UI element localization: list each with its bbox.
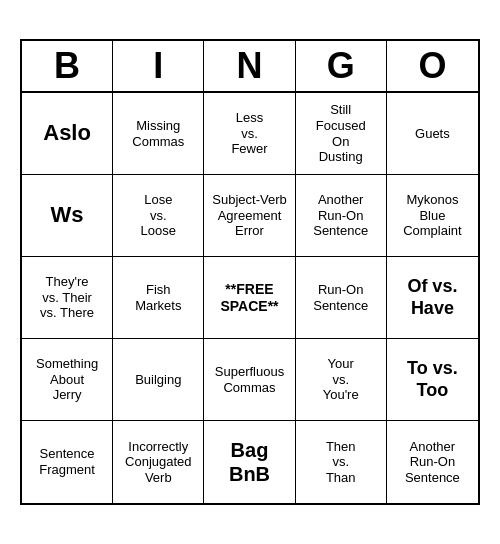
bingo-cell: Of vs.Have (387, 257, 478, 339)
bingo-header: BINGO (22, 41, 478, 93)
bingo-cell: They'revs. Theirvs. There (22, 257, 113, 339)
bingo-cell: StillFocusedOnDusting (296, 93, 387, 175)
bingo-grid: AsloMissingCommasLessvs.FewerStillFocuse… (22, 93, 478, 503)
bingo-cell: AnotherRun-OnSentence (296, 175, 387, 257)
bingo-cell: Builging (113, 339, 204, 421)
bingo-cell: SomethingAboutJerry (22, 339, 113, 421)
bingo-cell: Subject-VerbAgreementError (204, 175, 295, 257)
bingo-cell: To vs.Too (387, 339, 478, 421)
bingo-cell: Aslo (22, 93, 113, 175)
bingo-cell: SentenceFragment (22, 421, 113, 503)
bingo-cell: Run-OnSentence (296, 257, 387, 339)
bingo-cell: Guets (387, 93, 478, 175)
bingo-cell: **FREESPACE** (204, 257, 295, 339)
bingo-cell: MissingCommas (113, 93, 204, 175)
bingo-cell: AnotherRun-OnSentence (387, 421, 478, 503)
bingo-cell: Thenvs.Than (296, 421, 387, 503)
bingo-cell: SuperfluousCommas (204, 339, 295, 421)
bingo-cell: Lessvs.Fewer (204, 93, 295, 175)
header-letter: G (296, 41, 387, 91)
header-letter: B (22, 41, 113, 91)
bingo-cell: Losevs.Loose (113, 175, 204, 257)
bingo-cell: FishMarkets (113, 257, 204, 339)
header-letter: O (387, 41, 478, 91)
bingo-cell: Ws (22, 175, 113, 257)
header-letter: N (204, 41, 295, 91)
bingo-cell: IncorrectlyConjugatedVerb (113, 421, 204, 503)
header-letter: I (113, 41, 204, 91)
bingo-cell: BagBnB (204, 421, 295, 503)
bingo-card: BINGO AsloMissingCommasLessvs.FewerStill… (20, 39, 480, 505)
bingo-cell: Yourvs.You're (296, 339, 387, 421)
bingo-cell: MykonosBlueComplaint (387, 175, 478, 257)
